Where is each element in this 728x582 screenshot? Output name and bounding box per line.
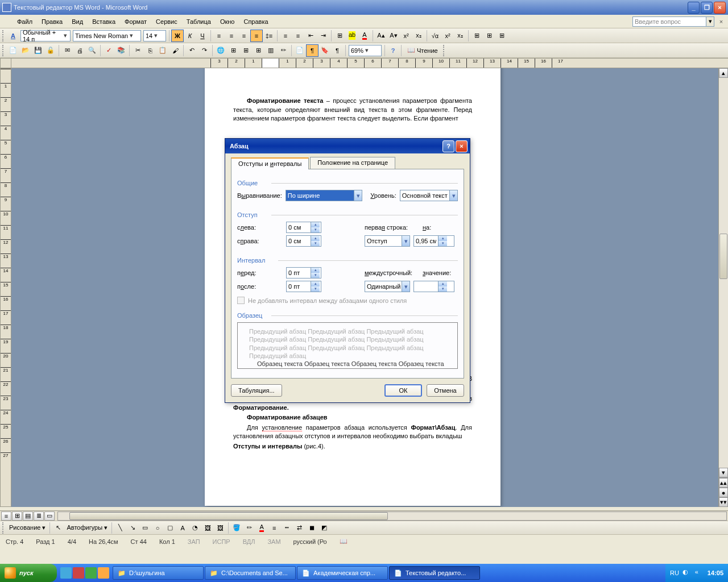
help-button[interactable]: ? <box>387 44 399 57</box>
increase-indent-button[interactable]: ⇥ <box>317 30 329 42</box>
font-color-button2[interactable]: A <box>255 522 268 534</box>
menu-file[interactable]: Файл <box>13 17 37 26</box>
research-button[interactable]: 📚 <box>115 44 127 57</box>
hyperlink-button[interactable]: 🌐 <box>214 44 227 57</box>
print-button[interactable]: 🖨 <box>73 44 86 57</box>
tables-borders-button[interactable]: ⊞ <box>227 44 239 57</box>
oval-button[interactable]: ○ <box>151 522 164 534</box>
menu-edit[interactable]: Правка <box>37 17 67 26</box>
before-spin[interactable]: ▴▾ <box>286 267 321 278</box>
dialog-titlebar[interactable]: Абзац ? × <box>225 139 470 153</box>
tray-clock[interactable]: 14:05 <box>708 569 723 576</box>
linespace-combo[interactable]: Одинарный▾ <box>365 281 410 292</box>
alignment-combo[interactable]: По ширине▾ <box>286 190 363 201</box>
scroll-down-button[interactable]: ▾ <box>719 468 728 477</box>
shadow-button[interactable]: ◼ <box>305 522 318 534</box>
dash-style-button[interactable]: ┅ <box>280 522 293 534</box>
sub2-button[interactable]: x₂ <box>454 30 466 42</box>
styles-pane-button[interactable]: A <box>7 30 19 42</box>
hscroll-thumb[interactable] <box>69 512 388 520</box>
align-center-button[interactable]: ≡ <box>225 30 238 42</box>
clipart-button[interactable]: 🖼 <box>201 522 214 534</box>
doc-map-button[interactable]: 📄 <box>293 44 306 57</box>
tab-indents[interactable]: Отступы и интервалы <box>231 157 309 169</box>
menu-help[interactable]: Справка <box>239 17 272 26</box>
horizontal-scrollbar[interactable] <box>57 512 727 521</box>
tray-icon[interactable]: « <box>695 568 704 577</box>
minimize-button[interactable]: _ <box>688 2 700 14</box>
bookmark-button[interactable]: 🔖 <box>318 44 331 57</box>
underline-button[interactable]: Ч <box>196 30 209 42</box>
tray-lang[interactable]: RU <box>670 569 679 576</box>
picture-button[interactable]: 🖼 <box>214 522 226 534</box>
doc-close-button[interactable]: × <box>717 17 726 26</box>
ql-desktop-icon[interactable] <box>60 567 72 579</box>
font-color-button[interactable]: A <box>358 30 371 42</box>
tabs-button[interactable]: Табуляция... <box>231 384 282 397</box>
firstline-combo[interactable]: Отступ▾ <box>365 235 410 247</box>
dialog-help-button[interactable]: ? <box>442 140 454 152</box>
help-question-dropdown[interactable]: ▾ <box>706 16 714 27</box>
copy-button[interactable]: ⎘ <box>144 44 156 57</box>
restore-button[interactable]: ❐ <box>701 2 713 14</box>
outline-view-button[interactable]: ≣ <box>34 512 44 521</box>
value-spin[interactable]: ▴▾ <box>413 281 454 292</box>
columns-icon[interactable]: ⊞ <box>470 30 483 42</box>
3d-button[interactable]: ◩ <box>318 522 330 534</box>
table-icon[interactable]: ⊞ <box>483 30 495 42</box>
line-color-button[interactable]: ✏ <box>243 522 255 534</box>
task-explorer2[interactable]: 📁 C:\Documents and Se... <box>205 566 296 580</box>
align-right-button[interactable]: ≡ <box>238 30 250 42</box>
show-hide-button[interactable]: ¶ <box>331 44 344 57</box>
ok-button[interactable]: ОК <box>384 384 422 397</box>
status-fix[interactable]: ИСПР <box>210 538 233 545</box>
line-button[interactable]: ╲ <box>114 522 126 534</box>
cut-button[interactable]: ✂ <box>131 44 144 57</box>
insert-table-button[interactable]: ⊞ <box>239 44 252 57</box>
after-spin[interactable]: ▴▾ <box>286 281 321 292</box>
paste-button[interactable]: 📋 <box>156 44 169 57</box>
arrow-button[interactable]: ↘ <box>126 522 139 534</box>
right-spin[interactable]: ▴▾ <box>286 235 321 247</box>
scroll-thumb[interactable] <box>719 234 727 279</box>
line-style-button[interactable]: ≡ <box>268 522 280 534</box>
task-explorer1[interactable]: 📁 D:\шульгина <box>113 566 204 580</box>
reading-view-button[interactable]: ▭ <box>44 512 55 521</box>
redo-button[interactable]: ↷ <box>198 44 210 57</box>
menu-service[interactable]: Сервис <box>151 17 182 26</box>
wordart-button[interactable]: A <box>176 522 189 534</box>
select-objects-button[interactable]: ↖ <box>52 522 64 534</box>
tray-icon[interactable]: ◐ <box>682 568 692 577</box>
grow-font-button[interactable]: A▴ <box>375 30 387 42</box>
tab-position[interactable]: Положение на странице <box>310 157 395 169</box>
menu-window[interactable]: Окно <box>216 17 239 26</box>
line-spacing-button[interactable]: ‡≡ <box>263 30 275 42</box>
autoshapes-menu[interactable]: Автофигуры ▾ <box>64 524 110 531</box>
task-word2[interactable]: 📄 Текстовый редакто... <box>389 566 480 580</box>
by-spin[interactable]: ▴▾ <box>413 235 454 247</box>
web-view-button[interactable]: ⊞ <box>12 512 22 521</box>
menu-view[interactable]: Вид <box>67 17 88 26</box>
normal-view-button[interactable]: ≡ <box>1 512 11 521</box>
ql-app1-icon[interactable] <box>73 567 84 579</box>
ql-app2-icon[interactable] <box>85 567 97 579</box>
vertical-ruler[interactable]: 123 4567 891011 12131415 16171819 202122… <box>0 68 11 507</box>
status-rec[interactable]: ЗАП <box>185 538 202 545</box>
task-word1[interactable]: 📄 Академическая спр... <box>297 566 388 580</box>
decrease-indent-button[interactable]: ⇤ <box>304 30 317 42</box>
eq-button[interactable]: √α <box>429 30 441 42</box>
zoom-combo[interactable]: 69%▾ <box>349 45 382 56</box>
prev-page-button[interactable]: ▴▴ <box>719 478 728 488</box>
browse-object-button[interactable]: ● <box>719 488 728 497</box>
print-view-button[interactable]: ▤ <box>23 512 33 521</box>
drawing-button[interactable]: ✏ <box>277 44 289 57</box>
level-combo[interactable]: Основной текст▾ <box>400 190 458 201</box>
bullets-button[interactable]: ≡ <box>292 30 304 42</box>
vertical-scrollbar[interactable]: ▴ ▾ ▴▴ ● ▾▾ <box>718 68 728 507</box>
subscript-button[interactable]: x₂ <box>412 30 425 42</box>
textbox-button[interactable]: ▢ <box>164 522 176 534</box>
style-combo[interactable]: Обычный + 14 п▾ <box>20 30 71 41</box>
drawing-menu[interactable]: Рисование ▾ <box>7 524 48 531</box>
arrow-style-button[interactable]: ⇄ <box>293 522 305 534</box>
toolbar-grip[interactable] <box>2 30 6 41</box>
